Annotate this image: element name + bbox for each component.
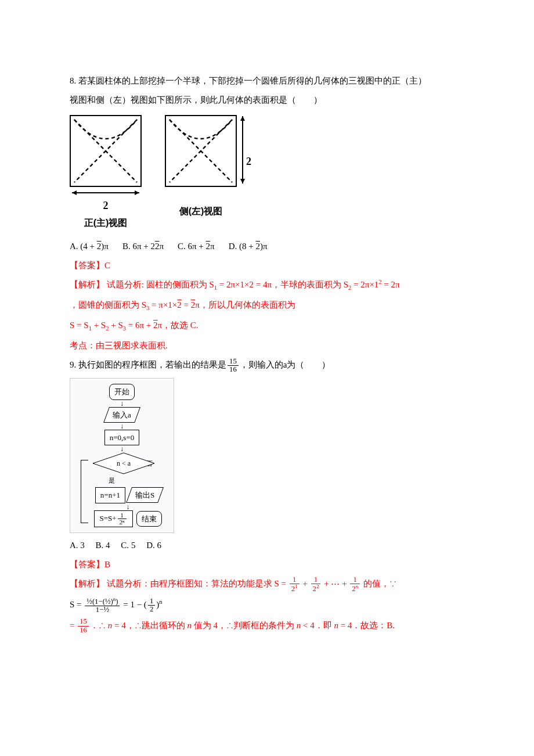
- q9-flowchart: 开始 ↓ 输入a ↓ n=0,s=0 ↓ n < a 否 是 n=n+1 输出S…: [70, 378, 174, 532]
- fc-init: n=0,s=0: [104, 430, 139, 445]
- q8-choice-a: A. (4 + 2)π: [70, 239, 109, 254]
- q8-analysis-line1: 【解析】 试题分析: 圆柱的侧面积为 S1 = 2π×1×2 = 4π，半球的表…: [70, 277, 464, 294]
- q9-frac: 1516: [228, 358, 239, 374]
- q8-choice-b: B. 6π + 22π: [122, 239, 164, 254]
- fc-loop-line: [81, 460, 88, 523]
- q9-number: 9.: [70, 360, 76, 369]
- q9-stem: 9. 执行如图的程序框图，若输出的结果是1516，则输入的a为（ ）: [70, 357, 464, 373]
- q8-analysis-line2: ，圆锥的侧面积为 S3 = π×1×2 = 2π，所以几何体的表面积为: [70, 297, 464, 314]
- q9-answer: B: [104, 560, 110, 569]
- fc-arrow-icon: ↓: [120, 446, 124, 452]
- fc-cond: n < a: [103, 456, 144, 470]
- q8-number: 8.: [70, 76, 76, 85]
- side-height-value: 2: [246, 152, 251, 171]
- q8-choice-d: D. (8 + 2)π: [229, 239, 268, 254]
- front-view-box: [70, 115, 142, 187]
- side-height-arrow: [239, 115, 246, 185]
- q9-text: 执行如图的程序框图，若输出的结果是: [78, 360, 226, 369]
- fc-yes-label: 是: [109, 475, 115, 487]
- fc-arrow-icon: ↓: [120, 401, 124, 406]
- answer-label: 【答案】: [70, 560, 104, 569]
- front-width-arrow: [71, 189, 140, 196]
- q9-choice-c: C. 5: [121, 541, 135, 550]
- answer-label: 【答案】: [70, 261, 104, 270]
- q8-analysis-line3: S = S1 + S2 + S3 = 6π + 2π，故选 C.: [70, 318, 464, 334]
- side-view-box: [165, 115, 237, 187]
- svg-marker-3: [72, 190, 77, 195]
- fc-end: 结束: [136, 511, 162, 527]
- side-view-label: 侧(左)视图: [179, 203, 223, 220]
- q9-choices: A. 3 B. 4 C. 5 D. 6: [70, 538, 464, 553]
- q9-series-formula: S = 121 + 122 + ⋯ + 12n: [275, 579, 362, 588]
- svg-marker-8: [240, 116, 245, 121]
- q9-choice-b: B. 4: [96, 541, 110, 550]
- analysis-label: 【解析】: [70, 579, 104, 588]
- svg-marker-9: [240, 179, 245, 183]
- q9-text2: ，则输入的a为（ ）: [240, 360, 331, 369]
- q8-topic: 考点：由三视图求表面积.: [70, 338, 464, 354]
- fc-output: 输出S: [126, 487, 164, 503]
- front-view-label: 正(主)视图: [84, 215, 128, 232]
- q8-stem-line1: 8. 若某圆柱体的上部挖掉一个半球，下部挖掉一个圆锥后所得的几何体的三视图中的正…: [70, 73, 464, 89]
- q8-figure-row: 2 正(主)视图 侧(左)视图 2: [70, 115, 464, 232]
- fc-step1: n=n+1: [95, 487, 125, 503]
- q9-choice-a: A. 3: [70, 541, 85, 550]
- q8-side-view: 侧(左)视图: [165, 115, 237, 232]
- fc-start: 开始: [109, 384, 135, 399]
- q8-choices: A. (4 + 2)π B. 6π + 22π C. 6π + 2π D. (8…: [70, 239, 464, 254]
- analysis-label: 【解析】: [70, 280, 104, 289]
- fc-arrow-icon: ↓: [127, 504, 130, 510]
- q9-analysis-line1: 【解析】 试题分析：由程序框图知：算法的功能是求 S = 121 + 122 +…: [70, 576, 464, 593]
- q8-choice-c: C. 6π + 2π: [178, 239, 215, 254]
- fc-arrow-icon: ↓: [120, 423, 124, 429]
- fc-input: 输入a: [103, 407, 140, 423]
- q9-analysis-line3: = 1516．∴ n = 4，∴跳出循环的 n 值为 4，∴判断框的条件为 n …: [70, 618, 464, 634]
- q8-text1: 若某圆柱体的上部挖掉一个半球，下部挖掉一个圆锥后所得的几何体的三视图中的正（主）: [78, 76, 427, 85]
- q9-analysis-line2: S = ½(1−(½)n)1−½ = 1 − (12)n: [70, 597, 464, 614]
- q8-front-view: 2 正(主)视图: [70, 115, 142, 232]
- q9-choice-d: D. 6: [146, 541, 161, 550]
- q8-answer: C: [104, 261, 110, 270]
- q8-stem-line2: 视图和侧（左）视图如下图所示，则此几何体的表面积是（ ）: [70, 92, 464, 108]
- q8-side-view-container: 侧(左)视图 2: [165, 115, 251, 232]
- front-width-value: 2: [103, 196, 109, 215]
- fc-step2: S=S+12ⁿ: [94, 510, 132, 527]
- q9-answer-line: 【答案】B: [70, 557, 464, 573]
- svg-marker-4: [135, 190, 139, 195]
- q8-answer-line: 【答案】C: [70, 258, 464, 273]
